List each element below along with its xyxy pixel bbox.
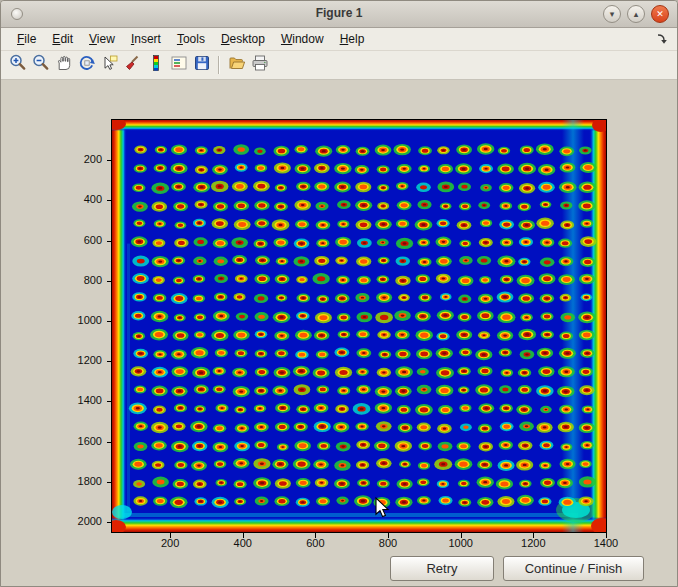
retry-button[interactable]: Retry [390,556,494,581]
menu-view[interactable]: View [81,30,123,48]
y-tick-mark [107,401,112,402]
shade-icon: ▾ [610,9,615,19]
menu-file[interactable]: File [9,30,44,48]
x-tick-label: 600 [291,537,339,549]
pan-icon [54,53,74,77]
y-tick-label: 2000 [54,515,102,527]
titlebar[interactable]: Figure 1 ▾ ▴ ✕ [1,1,677,28]
open-folder-icon [227,53,247,77]
figure-window: Figure 1 ▾ ▴ ✕ FileEditViewInsertToolsDe… [0,0,678,587]
menu-tools[interactable]: Tools [169,30,213,48]
continue-finish-button[interactable]: Continue / Finish [503,556,644,581]
menu-window[interactable]: Window [273,30,332,48]
brush-button[interactable] [121,54,144,76]
window-controls: ▾ ▴ ✕ [603,5,669,23]
x-tick-mark [170,533,171,538]
y-tick-label: 1800 [54,475,102,487]
heatmap-image[interactable] [112,120,606,532]
y-tick-mark [107,241,112,242]
y-tick-mark [107,482,112,483]
maximize-icon: ▴ [634,9,639,19]
y-tick-mark [107,200,112,201]
x-tick-label: 1200 [509,537,557,549]
close-button[interactable]: ✕ [651,5,669,23]
menu-desktop[interactable]: Desktop [213,30,273,48]
menu-help[interactable]: Help [332,30,373,48]
y-tick-label: 200 [54,153,102,165]
colorbar-icon [146,53,166,77]
x-tick-mark [315,533,316,538]
legend-icon [169,53,189,77]
menu-edit[interactable]: Edit [44,30,81,48]
toolbar-separator [218,56,220,74]
toolbar [1,51,677,80]
zoom-out-button[interactable] [29,54,52,76]
x-tick-label: 1400 [582,537,630,549]
y-tick-mark [107,321,112,322]
menu-insert[interactable]: Insert [123,30,169,48]
close-icon: ✕ [656,9,664,19]
brush-icon [123,53,143,77]
open-folder-button[interactable] [225,54,248,76]
x-tick-mark [388,533,389,538]
data-cursor-icon [100,53,120,77]
y-tick-mark [107,361,112,362]
figure-canvas-area: 2004006008001000120014001600180020002004… [1,80,677,586]
data-cursor-button[interactable] [98,54,121,76]
y-tick-label: 1000 [54,314,102,326]
x-tick-mark [606,533,607,538]
print-icon [250,53,270,77]
rotate-3d-icon [77,53,97,77]
pan-button[interactable] [52,54,75,76]
x-tick-mark [243,533,244,538]
x-tick-label: 800 [364,537,412,549]
save-icon [192,53,212,77]
rotate-3d-button[interactable] [75,54,98,76]
y-tick-mark [107,160,112,161]
y-tick-label: 1400 [54,394,102,406]
y-tick-mark [107,442,112,443]
y-tick-mark [107,281,112,282]
zoom-in-icon [8,53,28,77]
y-tick-label: 600 [54,234,102,246]
y-tick-label: 1600 [54,435,102,447]
y-tick-label: 400 [54,193,102,205]
print-button[interactable] [248,54,271,76]
menubar: FileEditViewInsertToolsDesktopWindowHelp [1,28,677,51]
save-button[interactable] [190,54,213,76]
x-tick-label: 1000 [437,537,485,549]
y-tick-label: 800 [54,274,102,286]
zoom-in-button[interactable] [6,54,29,76]
dock-arrow-icon[interactable] [655,32,669,46]
x-tick-label: 200 [146,537,194,549]
maximize-button[interactable]: ▴ [627,5,645,23]
y-tick-mark [107,522,112,523]
x-tick-label: 400 [219,537,267,549]
axes: 2004006008001000120014001600180020002004… [111,119,607,533]
y-tick-label: 1200 [54,354,102,366]
legend-button[interactable] [167,54,190,76]
zoom-out-icon [31,53,51,77]
x-tick-mark [533,533,534,538]
window-title: Figure 1 [1,6,677,20]
x-tick-mark [461,533,462,538]
shade-button[interactable]: ▾ [603,5,621,23]
colorbar-button[interactable] [144,54,167,76]
